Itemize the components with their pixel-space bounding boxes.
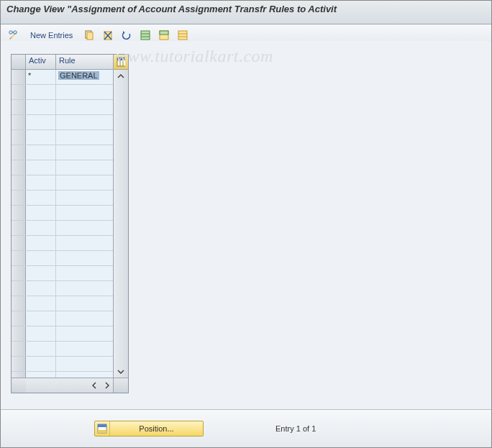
cell-activ[interactable] bbox=[26, 115, 56, 129]
row-selector[interactable] bbox=[12, 251, 26, 265]
cell-rule[interactable] bbox=[56, 296, 114, 311]
cell-rule[interactable] bbox=[56, 311, 114, 326]
row-selector[interactable] bbox=[12, 191, 26, 205]
horizontal-scrollbar[interactable] bbox=[26, 378, 114, 393]
cell-rule[interactable]: GENERAL bbox=[56, 70, 114, 84]
svg-rect-17 bbox=[117, 58, 125, 60]
table-row[interactable] bbox=[12, 311, 114, 326]
cell-activ[interactable] bbox=[26, 85, 56, 99]
row-selector[interactable] bbox=[12, 357, 26, 371]
cell-rule[interactable] bbox=[56, 160, 114, 175]
cell-activ[interactable]: * bbox=[26, 70, 56, 84]
cell-activ[interactable] bbox=[26, 206, 56, 220]
vertical-scrollbar[interactable] bbox=[113, 70, 128, 378]
cell-rule[interactable] bbox=[56, 175, 114, 190]
row-selector[interactable] bbox=[12, 115, 26, 129]
table-row[interactable] bbox=[12, 281, 114, 296]
position-button-label: Position... bbox=[110, 424, 203, 433]
position-button[interactable]: Position... bbox=[94, 421, 204, 436]
row-selector[interactable] bbox=[12, 175, 26, 190]
column-header-activ[interactable]: Activ bbox=[26, 55, 56, 69]
cell-activ[interactable] bbox=[26, 191, 56, 205]
table-corner bbox=[113, 378, 128, 393]
cell-activ[interactable] bbox=[26, 130, 56, 145]
row-selector[interactable] bbox=[12, 311, 26, 326]
row-selector[interactable] bbox=[12, 281, 26, 296]
cell-rule[interactable] bbox=[56, 266, 114, 280]
row-selector-header[interactable] bbox=[12, 55, 26, 69]
cell-rule[interactable] bbox=[56, 115, 114, 129]
cell-activ[interactable] bbox=[26, 100, 56, 114]
cell-rule[interactable] bbox=[56, 100, 114, 114]
svg-rect-22 bbox=[98, 430, 106, 433]
row-selector[interactable] bbox=[12, 326, 26, 341]
row-selector[interactable] bbox=[12, 145, 26, 160]
cell-rule[interactable] bbox=[56, 145, 114, 160]
row-selector[interactable] bbox=[12, 236, 26, 250]
row-selector[interactable] bbox=[12, 206, 26, 220]
row-selector[interactable] bbox=[12, 70, 26, 84]
cell-activ[interactable] bbox=[26, 357, 56, 371]
row-selector[interactable] bbox=[12, 100, 26, 114]
scroll-down-button[interactable] bbox=[114, 365, 127, 378]
table-row[interactable]: *GENERAL bbox=[12, 70, 114, 85]
row-selector[interactable] bbox=[12, 296, 26, 311]
table-row[interactable] bbox=[12, 266, 114, 281]
cell-rule[interactable] bbox=[56, 326, 114, 341]
cell-rule-value[interactable]: GENERAL bbox=[58, 71, 99, 80]
undo-icon bbox=[121, 29, 132, 41]
table-row[interactable] bbox=[12, 130, 114, 145]
column-header-rule[interactable]: Rule bbox=[56, 55, 114, 69]
table-row[interactable] bbox=[12, 191, 114, 206]
row-selector[interactable] bbox=[12, 221, 26, 235]
cell-activ[interactable] bbox=[26, 326, 56, 341]
table-row[interactable] bbox=[12, 236, 114, 251]
cell-activ[interactable] bbox=[26, 281, 56, 296]
table-row[interactable] bbox=[12, 251, 114, 266]
row-selector[interactable] bbox=[12, 85, 26, 99]
table-row[interactable] bbox=[12, 296, 114, 311]
cell-activ[interactable] bbox=[26, 175, 56, 190]
cell-rule[interactable] bbox=[56, 191, 114, 205]
cell-activ[interactable] bbox=[26, 311, 56, 326]
scroll-track[interactable] bbox=[114, 83, 128, 365]
row-selector[interactable] bbox=[12, 342, 26, 356]
row-selector[interactable] bbox=[12, 266, 26, 280]
scroll-left-button[interactable] bbox=[88, 379, 101, 392]
cell-activ[interactable] bbox=[26, 160, 56, 175]
scroll-right-button[interactable] bbox=[101, 379, 114, 392]
svg-rect-12 bbox=[160, 31, 168, 35]
cell-activ[interactable] bbox=[26, 342, 56, 356]
table-row[interactable] bbox=[12, 206, 114, 221]
cell-rule[interactable] bbox=[56, 85, 114, 99]
cell-rule[interactable] bbox=[56, 236, 114, 250]
table-row[interactable] bbox=[12, 160, 114, 175]
table-row[interactable] bbox=[12, 175, 114, 191]
table-row[interactable] bbox=[12, 342, 114, 357]
table-row[interactable] bbox=[12, 145, 114, 160]
cell-rule[interactable] bbox=[56, 206, 114, 220]
cell-activ[interactable] bbox=[26, 236, 56, 250]
cell-rule[interactable] bbox=[56, 342, 114, 356]
cell-rule[interactable] bbox=[56, 251, 114, 265]
cell-rule[interactable] bbox=[56, 281, 114, 296]
row-selector[interactable] bbox=[12, 130, 26, 145]
scroll-up-button[interactable] bbox=[114, 70, 127, 83]
table-row[interactable] bbox=[12, 357, 114, 372]
cell-rule[interactable] bbox=[56, 357, 114, 371]
cell-activ[interactable] bbox=[26, 251, 56, 265]
cell-activ[interactable] bbox=[26, 296, 56, 311]
table-row[interactable] bbox=[12, 115, 114, 130]
table-row[interactable] bbox=[12, 100, 114, 115]
table-row[interactable] bbox=[12, 85, 114, 100]
row-selector[interactable] bbox=[12, 160, 26, 175]
cell-activ[interactable] bbox=[26, 221, 56, 235]
cell-rule[interactable] bbox=[56, 130, 114, 145]
cell-activ[interactable] bbox=[26, 266, 56, 280]
table-row[interactable] bbox=[12, 221, 114, 236]
cell-activ[interactable] bbox=[26, 145, 56, 160]
cell-rule[interactable] bbox=[56, 221, 114, 235]
copy-icon bbox=[83, 29, 95, 41]
table-row[interactable] bbox=[12, 326, 114, 342]
table-configure-button[interactable] bbox=[114, 55, 128, 69]
